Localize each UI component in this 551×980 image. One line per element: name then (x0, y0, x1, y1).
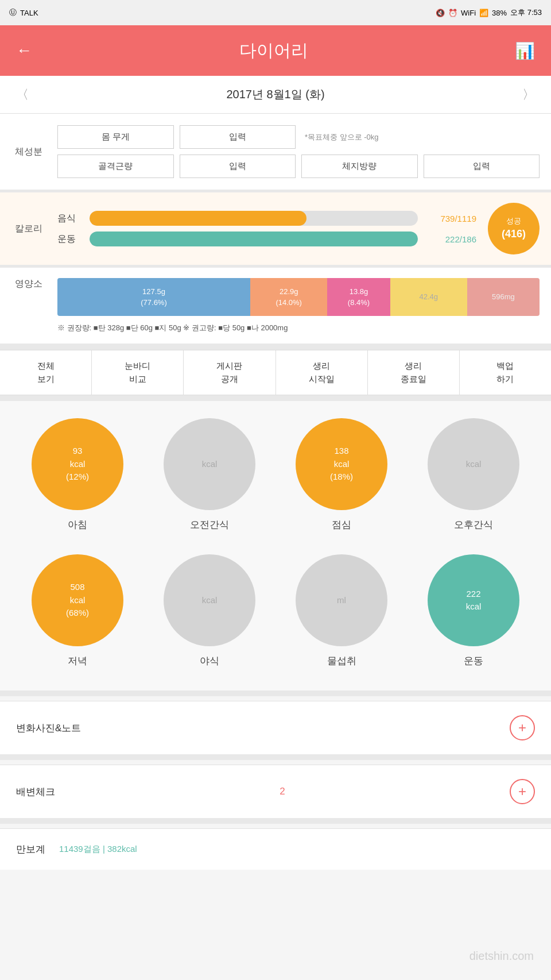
date-nav: 〈 2017년 8월1일 (화) 〉 (0, 76, 551, 114)
pedometer-value: 11439걸음 | 382kcal (59, 844, 137, 855)
current-date: 2017년 8월1일 (화) (226, 87, 324, 102)
morning-snack-label: 오전간식 (190, 518, 229, 531)
plus-icon-photo: + (518, 720, 526, 736)
breakfast-label: 아침 (68, 518, 87, 531)
lunch-circle[interactable]: 138 kcal (18%) (296, 418, 387, 510)
photo-note-title: 변화사진&노트 (16, 722, 81, 735)
weight-input-button[interactable]: 입력 (180, 125, 296, 149)
meal-latenight[interactable]: kcal 야식 (158, 554, 261, 668)
nutrition-bars: 127.5g (77.6%) 22.9g (14.0%) 13.8g (8.4%… (57, 278, 540, 316)
food-value: 739/1119 (425, 214, 476, 223)
separator-3 (0, 344, 551, 350)
nut-bar-fat: 13.8g (8.4%) (327, 278, 390, 316)
separator-7 (0, 818, 551, 824)
calorie-section: 칼로리 음식 739/1119 운동 222/186 성공 (416) (0, 192, 551, 265)
status-right: 🔇 ⏰ WiFi 📶 38% 오후 7:53 (436, 7, 542, 18)
nutrition-label: 영양소 (0, 278, 57, 290)
next-date-button[interactable]: 〉 (522, 86, 535, 103)
meal-morning-snack[interactable]: kcal 오전간식 (158, 418, 261, 531)
food-bar (90, 211, 418, 226)
food-calorie-row: 음식 739/1119 (57, 211, 476, 226)
calorie-label: 칼로리 (0, 223, 57, 235)
bowel-add-button[interactable]: + (510, 779, 535, 804)
calorie-content: 음식 739/1119 운동 222/186 (57, 211, 488, 246)
chart-icon[interactable]: 📊 (515, 41, 535, 60)
meal-row-2: 508 kcal (68%) 저녁 kcal 야식 ml 물섭취 222 kca… (11, 554, 540, 668)
afternoon-snack-circle[interactable]: kcal (428, 418, 519, 510)
bowel-value: 2 (280, 786, 285, 797)
back-button[interactable]: ← (16, 41, 32, 60)
tab-body-compare[interactable]: 눈바디비교 (92, 350, 184, 395)
meal-lunch[interactable]: 138 kcal (18%) 점심 (290, 418, 393, 531)
exercise-label: 운동 (57, 233, 83, 245)
wifi-icon: WiFi (461, 9, 476, 17)
nutrition-legend: ※ 권장량: ■탄 328g ■단 60g ■지 50g ※ 권고량: ■당 5… (57, 323, 540, 333)
tab-backup[interactable]: 백업하기 (460, 350, 551, 395)
latenight-circle[interactable]: kcal (164, 554, 255, 646)
body-comp-grid: 몸 무게 입력 *목표체중 앞으로 -0kg 골격근량 입력 체지방량 입력 (57, 125, 551, 178)
time-text: 오후 7:53 (510, 7, 542, 18)
body-comp-section: 체성분 몸 무게 입력 *목표체중 앞으로 -0kg 골격근량 입력 체지방량 … (0, 114, 551, 190)
dinner-label: 저녁 (68, 654, 87, 668)
food-bar-fill (90, 211, 306, 226)
breakfast-circle[interactable]: 93 kcal (12%) (32, 418, 123, 510)
talk-icon: TALK (20, 9, 38, 17)
muscle-input-button[interactable]: 입력 (180, 155, 296, 178)
prev-date-button[interactable]: 〈 (16, 86, 29, 103)
body-comp-label: 체성분 (0, 146, 57, 158)
mute-icon: 🔇 (436, 9, 445, 17)
meal-dinner[interactable]: 508 kcal (68%) 저녁 (26, 554, 129, 668)
exercise-calorie-row: 운동 222/186 (57, 232, 476, 246)
pedometer-title: 만보계 (16, 843, 45, 856)
meal-row-spacer (11, 537, 540, 554)
water-label: 물섭취 (327, 654, 356, 668)
u-plus-icon: Ⓤ (9, 7, 17, 18)
nut-bar-sugar: 42.4g (390, 278, 467, 316)
lunch-label: 점심 (332, 518, 351, 531)
page-title: 다이어리 (239, 39, 308, 63)
nut-bar-carb: 127.5g (77.6%) (57, 278, 250, 316)
status-left: Ⓤ TALK (9, 7, 38, 18)
tab-period-start[interactable]: 생리시작일 (276, 350, 368, 395)
plus-icon-bowel: + (518, 784, 526, 800)
status-bar: Ⓤ TALK 🔇 ⏰ WiFi 📶 38% 오후 7:53 (0, 0, 551, 25)
exercise-circle[interactable]: 222 kcal (428, 554, 519, 646)
watermark: dietshin.com (469, 950, 534, 963)
meal-exercise[interactable]: 222 kcal 운동 (422, 554, 525, 668)
tab-period-end[interactable]: 생리종료일 (368, 350, 460, 395)
tab-all[interactable]: 전체보기 (0, 350, 92, 395)
exercise-bar-fill (90, 232, 418, 246)
meal-breakfast[interactable]: 93 kcal (12%) 아침 (26, 418, 129, 531)
tab-board-publish[interactable]: 게시판공개 (184, 350, 276, 395)
photo-note-add-button[interactable]: + (510, 715, 535, 740)
meal-section: 93 kcal (12%) 아침 kcal 오전간식 138 kcal (18%… (0, 401, 551, 690)
badge-num-text: (416) (502, 227, 526, 241)
exercise-circle-label: 운동 (464, 654, 483, 668)
app-header: ← 다이어리 📊 (0, 25, 551, 76)
calorie-badge: 성공 (416) (488, 203, 540, 254)
signal-icon: 📶 (479, 9, 488, 17)
fat-button[interactable]: 체지방량 (301, 155, 418, 178)
dinner-circle[interactable]: 508 kcal (68%) (32, 554, 123, 646)
action-tabs: 전체보기 눈바디비교 게시판공개 생리시작일 생리종료일 백업하기 (0, 350, 551, 395)
nutrition-content: 127.5g (77.6%) 22.9g (14.0%) 13.8g (8.4%… (57, 278, 551, 333)
exercise-value: 222/186 (425, 234, 476, 244)
water-circle[interactable]: ml (296, 554, 387, 646)
fat-input-button[interactable]: 입력 (424, 155, 540, 178)
pedometer-section: 만보계 11439걸음 | 382kcal (0, 828, 551, 870)
nut-bar-protein: 22.9g (14.0%) (250, 278, 327, 316)
bowel-title: 배변체크 (16, 785, 55, 798)
meal-water[interactable]: ml 물섭취 (290, 554, 393, 668)
exercise-bar (90, 232, 418, 246)
goal-text: *목표체중 앞으로 -0kg (301, 125, 540, 149)
bowel-section: 배변체크 2 + (0, 765, 551, 818)
muscle-button[interactable]: 골격근량 (57, 155, 174, 178)
food-label: 음식 (57, 213, 83, 225)
morning-snack-circle[interactable]: kcal (164, 418, 255, 510)
nutrition-section: 영양소 127.5g (77.6%) 22.9g (14.0%) 13.8g (… (0, 268, 551, 344)
badge-top-text: 성공 (506, 216, 521, 226)
separator-6 (0, 754, 551, 760)
weight-button[interactable]: 몸 무게 (57, 125, 174, 149)
meal-afternoon-snack[interactable]: kcal 오후간식 (422, 418, 525, 531)
separator-5 (0, 690, 551, 696)
